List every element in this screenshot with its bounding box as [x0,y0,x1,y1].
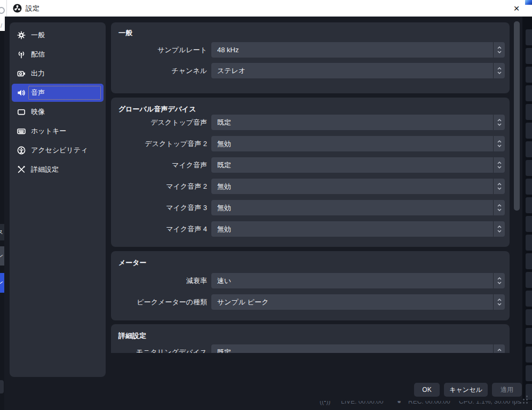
combobox-value: 無効 [217,179,231,194]
rec-icon: ⏺ [398,401,401,405]
window-title: 設定 [26,0,39,17]
focus-outline [28,86,101,100]
row-label: デスクトップ音声 [118,115,207,130]
vertical-scrollbar[interactable] [514,21,520,211]
background-page-fragment: / [0,17,5,31]
sidebar-item-stream[interactable]: 配信 [12,45,104,63]
spinner-arrows-icon[interactable] [493,179,505,194]
row-label: マイク音声 [118,157,207,173]
live-status-text: LIVE: 00:00:00 [341,401,383,405]
section-title: グローバル音声デバイス [118,104,196,114]
sidebar-item-accessibility[interactable]: アクセシビリティ [12,141,104,159]
settings-row-desktop-audio-2: デスクトップ音声 2無効 [111,136,510,151]
combobox-mic-audio-2[interactable]: 無効 [211,179,505,194]
background-row-fragment [526,216,532,232]
spinner-arrows-icon[interactable] [493,273,505,288]
sidebar-item-audio[interactable]: 音声 [12,84,104,102]
combobox-channels[interactable]: ステレオ [211,63,505,78]
settings-row-channels: チャンネルステレオ [111,63,510,78]
sidebar-item-hotkeys[interactable]: ホットキー [12,122,104,140]
settings-section-general: 一般サンプルレート48 kHz チャンネルステレオ [111,22,510,93]
settings-row-mic-audio: マイク音声既定 [111,157,510,173]
spinner-arrows-icon[interactable] [493,115,505,130]
row-label: ピークメーターの種類 [118,294,207,310]
apply-button[interactable]: 適用 [492,383,522,397]
settings-window: 設定 × / ス ン ン 一般配信出力音声映像ホットキーアクセシビリティ詳細設定… [0,0,532,410]
settings-scroll-area: 一般サンプルレート48 kHz チャンネルステレオ グローバル音声デバイスデスク… [111,17,510,353]
row-label: サンプルレート [118,42,207,58]
row-label: マイク音声 3 [118,200,207,215]
section-title: 詳細設定 [118,331,146,341]
output-icon [17,69,26,78]
background-row-fragment [526,291,532,307]
background-strip-cyan [447,0,452,1]
settings-row-mic-audio-2: マイク音声 2無効 [111,179,510,194]
spinner-arrows-icon[interactable] [493,157,505,173]
settings-row-monitoring-device: モニタリングデバイス既定 [111,344,510,353]
background-row-fragment [526,197,532,213]
settings-sidebar: 一般配信出力音声映像ホットキーアクセシビリティ詳細設定 [10,22,106,377]
spinner-arrows-icon[interactable] [493,294,505,310]
combobox-mic-audio-3[interactable]: 無効 [211,200,505,215]
background-row-fragment [526,272,532,288]
combobox-decay-rate[interactable]: 速い [211,273,505,288]
spinner-arrows-icon[interactable] [493,63,505,78]
combobox-desktop-audio-2[interactable]: 無効 [211,136,505,151]
row-label: モニタリングデバイス [118,344,207,353]
spinner-arrows-icon[interactable] [493,221,505,237]
background-row-fragment [526,309,532,325]
sidebar-item-general[interactable]: 一般 [12,26,104,44]
combobox-value: 既定 [217,115,231,130]
background-right-column [522,17,532,410]
settings-row-desktop-audio: デスクトップ音声既定 [111,115,510,130]
spinner-arrows-icon[interactable] [493,136,505,151]
background-row-fragment [526,253,532,269]
sidebar-item-video[interactable]: 映像 [12,103,104,121]
background-strip-blue [346,0,447,1]
settings-section-advanced: 詳細設定モニタリングデバイス既定 [111,324,510,353]
combobox-value: 速い [217,273,231,288]
combobox-mic-audio[interactable]: 既定 [211,157,505,173]
cancel-button[interactable]: キャンセル [444,383,488,397]
resize-grip[interactable] [520,396,529,405]
background-ring-fragment [0,7,5,14]
ok-button[interactable]: OK [414,383,440,397]
close-icon[interactable]: × [509,1,524,15]
sidebar-item-label: 配信 [31,45,45,63]
accessibility-icon [17,146,26,155]
background-row-fragment [526,48,532,64]
spinner-arrows-icon[interactable] [493,344,505,353]
background-strip-red [10,0,14,2]
statusbar-fragment: ((•)) LIVE: 00:00:00 ⏺ REC: 00:00:00 CPU… [4,401,532,410]
combobox-peak-meter-type[interactable]: サンプル ピーク [211,294,505,310]
live-icon: ((•)) [320,401,330,405]
background-row-fragment [526,365,532,381]
section-title: メーター [118,258,147,268]
combobox-desktop-audio[interactable]: 既定 [211,115,505,130]
sidebar-item-output[interactable]: 出力 [12,65,104,83]
titlebar: 設定 × [0,0,532,17]
sidebar-item-advanced[interactable]: 詳細設定 [12,160,104,179]
row-label: チャンネル [118,63,207,78]
background-row-fragment [526,104,532,120]
background-row-fragment [526,235,532,251]
spinner-arrows-icon[interactable] [493,200,505,215]
combobox-value: 無効 [217,200,231,215]
broadcast-icon [17,50,26,59]
combobox-sample-rate[interactable]: 48 kHz [211,42,505,58]
background-row-fragment [526,160,532,176]
background-list-fragment: ン [0,246,4,266]
background-row-fragment [526,141,532,157]
speaker-icon [17,89,26,97]
background-corner-image [525,0,532,5]
row-label: 減衰率 [118,273,207,288]
combobox-value: サンプル ピーク [217,294,268,310]
row-label: デスクトップ音声 2 [118,136,207,151]
combobox-value: 無効 [217,221,231,237]
settings-row-peak-meter-type: ピークメーターの種類サンプル ピーク [111,294,510,310]
background-row-fragment [526,328,532,344]
window-edge-line [6,0,7,17]
spinner-arrows-icon[interactable] [493,42,505,58]
combobox-monitoring-device[interactable]: 既定 [211,344,505,353]
combobox-mic-audio-4[interactable]: 無効 [211,221,505,237]
